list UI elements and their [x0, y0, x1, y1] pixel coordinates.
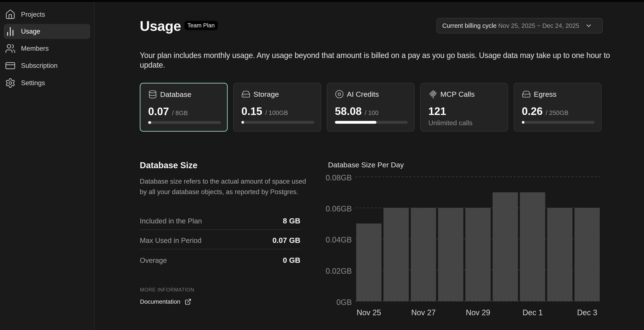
svg-text:0GB: 0GB [336, 298, 352, 307]
svg-text:Nov 25: Nov 25 [357, 308, 381, 317]
svg-text:Dec 3: Dec 3 [577, 308, 597, 317]
svg-text:Dec 1: Dec 1 [522, 308, 542, 317]
svg-text:0.08GB: 0.08GB [326, 173, 352, 182]
svg-text:0.04GB: 0.04GB [326, 235, 352, 244]
svg-text:Nov 27: Nov 27 [411, 308, 436, 317]
svg-text:0.02GB: 0.02GB [326, 267, 352, 275]
svg-text:0.06GB: 0.06GB [326, 204, 352, 213]
svg-text:Nov 29: Nov 29 [466, 308, 490, 317]
